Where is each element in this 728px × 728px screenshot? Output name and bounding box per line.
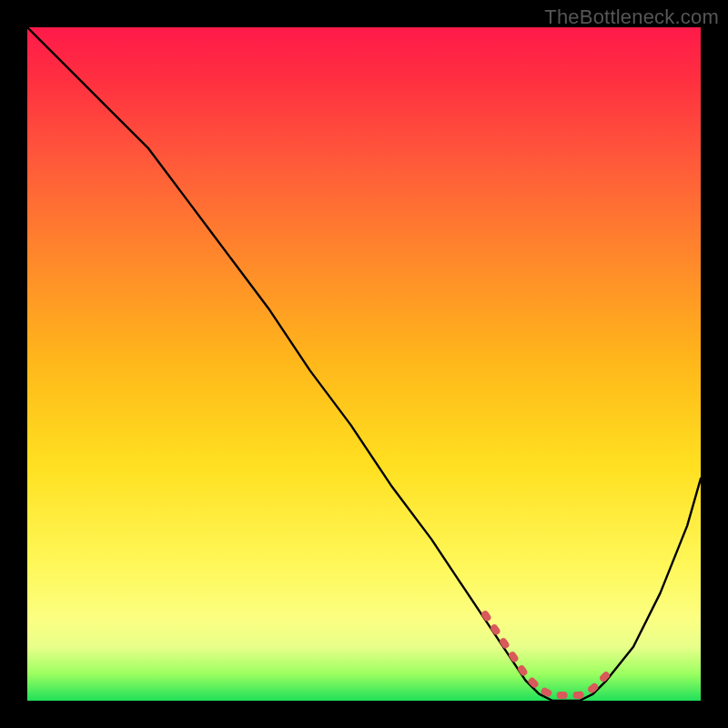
watermark-text: TheBottleneck.com — [544, 5, 719, 29]
curve-layer — [27, 27, 701, 701]
chart-frame: TheBottleneck.com — [0, 0, 728, 728]
optimum-band-marker — [485, 614, 606, 695]
plot-area — [27, 27, 701, 701]
bottleneck-curve — [27, 27, 701, 701]
